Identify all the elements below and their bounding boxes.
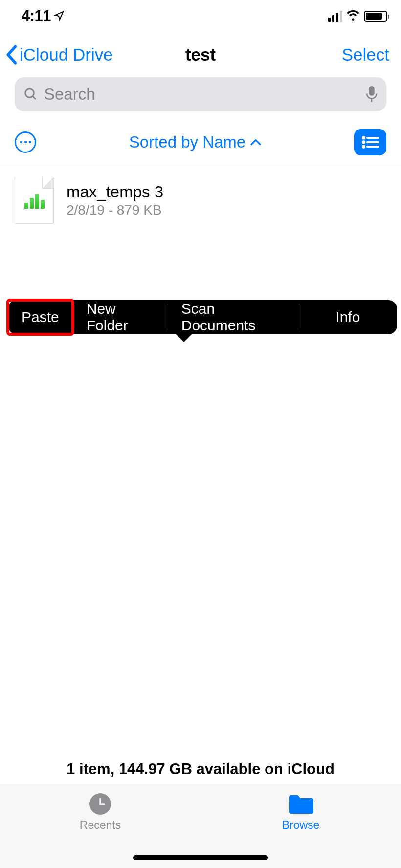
tab-label: Browse	[282, 819, 320, 832]
view-toggle-button[interactable]	[354, 129, 386, 155]
search-input[interactable]	[44, 85, 366, 104]
home-indicator[interactable]	[133, 855, 268, 860]
tab-label: Recents	[80, 819, 121, 832]
toolbar: Sorted by Name	[0, 118, 401, 166]
file-list: max_temps 3 2/8/19 - 879 KB	[0, 166, 401, 235]
sort-button[interactable]: Sorted by Name	[129, 133, 261, 152]
storage-summary: 1 item, 144.97 GB available on iCloud	[0, 760, 401, 778]
context-menu-paste[interactable]: Paste	[8, 300, 73, 334]
more-options-button[interactable]	[15, 131, 36, 153]
list-view-icon	[361, 135, 379, 149]
svg-point-4	[363, 137, 365, 139]
chevron-up-icon	[250, 139, 261, 146]
file-name: max_temps 3	[67, 183, 163, 201]
microphone-icon[interactable]	[366, 86, 378, 103]
status-bar: 4:11	[0, 0, 401, 32]
context-menu-scan-documents[interactable]: Scan Documents	[168, 300, 299, 334]
back-label: iCloud Drive	[20, 45, 113, 65]
clock-icon	[88, 793, 113, 815]
location-icon	[54, 7, 65, 25]
select-button[interactable]: Select	[342, 45, 389, 65]
spreadsheet-file-icon	[15, 177, 54, 224]
svg-point-6	[363, 141, 365, 143]
svg-rect-2	[369, 86, 374, 96]
context-menu-new-folder[interactable]: New Folder	[73, 300, 168, 334]
search-icon	[23, 87, 38, 102]
file-subtitle: 2/8/19 - 879 KB	[67, 202, 163, 218]
folder-icon	[288, 793, 313, 815]
wifi-icon	[346, 10, 360, 22]
svg-rect-11	[289, 800, 313, 814]
svg-point-8	[363, 146, 365, 148]
sort-label: Sorted by Name	[129, 133, 245, 152]
file-row[interactable]: max_temps 3 2/8/19 - 879 KB	[15, 174, 386, 227]
search-field[interactable]	[15, 77, 386, 111]
svg-line-1	[33, 96, 36, 99]
navigation-bar: iCloud Drive test Select	[0, 32, 401, 77]
back-button[interactable]: iCloud Drive	[5, 45, 113, 65]
context-menu: Paste New Folder Scan Documents Info	[8, 300, 397, 334]
status-time: 4:11	[22, 7, 51, 25]
svg-point-0	[25, 89, 34, 98]
context-menu-info[interactable]: Info	[299, 300, 397, 334]
cellular-signal-icon	[328, 11, 342, 22]
battery-icon	[364, 11, 387, 22]
